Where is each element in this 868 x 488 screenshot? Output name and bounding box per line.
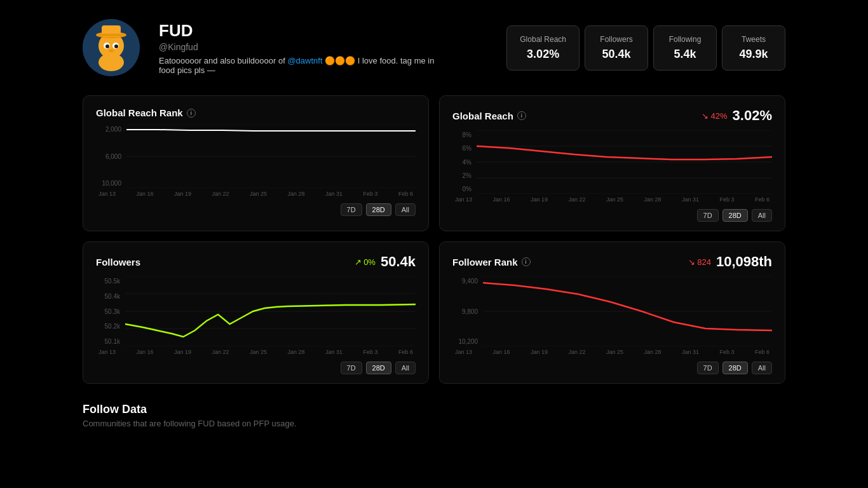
metric-value-reach: 3.02% <box>733 107 772 124</box>
info-icon-follower-rank[interactable]: i <box>522 257 531 266</box>
time-btn-28d-followers[interactable]: 28D <box>366 362 391 374</box>
time-filters-followers: 7D 28D All <box>96 362 416 374</box>
profile-bio: Eatoooooor and also buildoooor of @dawtn… <box>159 56 438 75</box>
stat-tweets-value: 49.9k <box>735 48 772 61</box>
y-axis-follower-rank: 9,400 9,800 10,200 <box>452 276 478 346</box>
time-btn-28d-follower-rank[interactable]: 28D <box>722 362 748 374</box>
info-icon-reach[interactable]: i <box>517 111 526 120</box>
chart-svg-follower-rank <box>483 276 772 346</box>
time-filters-reach-rank: 7D 28D All <box>96 203 416 216</box>
metric-change-followers: ↗ 0% <box>355 257 376 267</box>
svg-point-8 <box>105 44 109 48</box>
follow-data-subtitle: Communities that are following FUD based… <box>83 419 785 428</box>
time-btn-28d-reach[interactable]: 28D <box>722 209 748 222</box>
time-btn-7d-follower-rank[interactable]: 7D <box>697 362 719 374</box>
stat-following-label: Following <box>667 35 703 44</box>
chart-follower-rank: Follower Rank i ↘ 824 10,098th 9,400 9,8… <box>439 241 785 384</box>
y-axis-reach-rank: 2,000 6,000 10,000 <box>96 125 121 188</box>
chart-header-follower-rank: Follower Rank i ↘ 824 10,098th <box>452 254 772 270</box>
stat-following-value: 5.4k <box>667 48 703 61</box>
stat-followers: Followers 50.4k <box>585 25 648 71</box>
time-btn-7d-reach[interactable]: 7D <box>697 209 719 222</box>
charts-grid: Global Reach Rank i 2,000 6,000 10,000 <box>0 89 868 390</box>
chart-title-reach-rank: Global Reach Rank i <box>96 107 196 118</box>
stat-global-reach: Global Reach 3.02% <box>506 25 580 71</box>
chart-global-reach-rank: Global Reach Rank i 2,000 6,000 10,000 <box>83 95 429 231</box>
time-btn-all-reach[interactable]: All <box>752 209 772 222</box>
chart-svg-reach-rank <box>126 125 416 188</box>
time-btn-all-reach-rank[interactable]: All <box>395 203 416 216</box>
chart-header-followers: Followers ↗ 0% 50.4k <box>96 254 416 270</box>
y-axis-reach: 8% 6% 4% 2% 0% <box>452 130 471 194</box>
time-filters-reach: 7D 28D All <box>452 209 772 222</box>
time-filters-follower-rank: 7D 28D All <box>452 362 772 374</box>
time-btn-28d-reach-rank[interactable]: 28D <box>366 203 391 216</box>
stat-following: Following 5.4k <box>653 25 717 71</box>
stat-followers-label: Followers <box>598 35 635 44</box>
stats-row: Global Reach 3.02% Followers 50.4k Follo… <box>506 25 785 71</box>
chart-header-reach: Global Reach i ↘ 42% 3.02% <box>452 107 772 124</box>
metric-value-followers: 50.4k <box>381 254 416 270</box>
chart-metric-reach: ↘ 42% 3.02% <box>702 107 772 124</box>
chart-title-followers: Followers <box>96 257 140 268</box>
x-axis-reach-rank: Jan 13Jan 16Jan 19Jan 22Jan 25Jan 28Jan … <box>96 191 416 197</box>
time-btn-7d-followers[interactable]: 7D <box>341 362 362 374</box>
time-btn-all-followers[interactable]: All <box>395 362 416 374</box>
chart-title-follower-rank: Follower Rank i <box>452 257 531 268</box>
chart-header-reach-rank: Global Reach Rank i <box>96 107 416 118</box>
info-icon-reach-rank[interactable]: i <box>187 109 196 118</box>
metric-change-follower-rank: ↘ 824 <box>688 257 711 267</box>
x-axis-followers: Jan 13Jan 16Jan 19Jan 22Jan 25Jan 28Jan … <box>96 349 416 355</box>
time-btn-all-follower-rank[interactable]: All <box>752 362 772 374</box>
follow-data-section: Follow Data Communities that are followi… <box>0 390 868 435</box>
stat-global-reach-value: 3.02% <box>520 48 566 61</box>
follow-data-title: Follow Data <box>83 403 785 416</box>
profile-name: FUD <box>159 21 494 41</box>
chart-followers: Followers ↗ 0% 50.4k 50.5k 50.4k 50.3k 5… <box>83 241 429 384</box>
svg-point-10 <box>109 50 114 52</box>
metric-value-follower-rank: 10,098th <box>716 254 772 270</box>
svg-point-9 <box>114 44 118 48</box>
y-axis-followers: 50.5k 50.4k 50.3k 50.2k 50.1k <box>96 276 120 346</box>
stat-global-reach-label: Global Reach <box>520 35 566 44</box>
time-btn-7d-reach-rank[interactable]: 7D <box>341 203 362 216</box>
profile-header: FUD @Kingfud Eatoooooor and also buildoo… <box>0 0 868 89</box>
avatar <box>83 19 140 76</box>
stat-tweets: Tweets 49.9k <box>722 25 785 71</box>
stat-followers-value: 50.4k <box>598 48 635 61</box>
profile-handle[interactable]: @Kingfud <box>159 42 494 52</box>
x-axis-follower-rank: Jan 13Jan 16Jan 19Jan 22Jan 25Jan 28Jan … <box>452 349 772 355</box>
chart-svg-followers <box>125 276 416 346</box>
chart-svg-reach <box>477 130 772 194</box>
profile-info: FUD @Kingfud Eatoooooor and also buildoo… <box>153 21 494 75</box>
x-axis-reach: Jan 13Jan 16Jan 19Jan 22Jan 25Jan 28Jan … <box>452 196 772 203</box>
chart-metric-follower-rank: ↘ 824 10,098th <box>688 254 772 270</box>
metric-change-reach: ↘ 42% <box>702 111 728 121</box>
chart-metric-followers: ↗ 0% 50.4k <box>355 254 416 270</box>
chart-title-reach: Global Reach i <box>452 111 526 121</box>
svg-rect-5 <box>102 34 121 36</box>
stat-tweets-label: Tweets <box>735 35 772 44</box>
chart-global-reach: Global Reach i ↘ 42% 3.02% 8% 6% 4% 2% 0… <box>439 95 785 231</box>
